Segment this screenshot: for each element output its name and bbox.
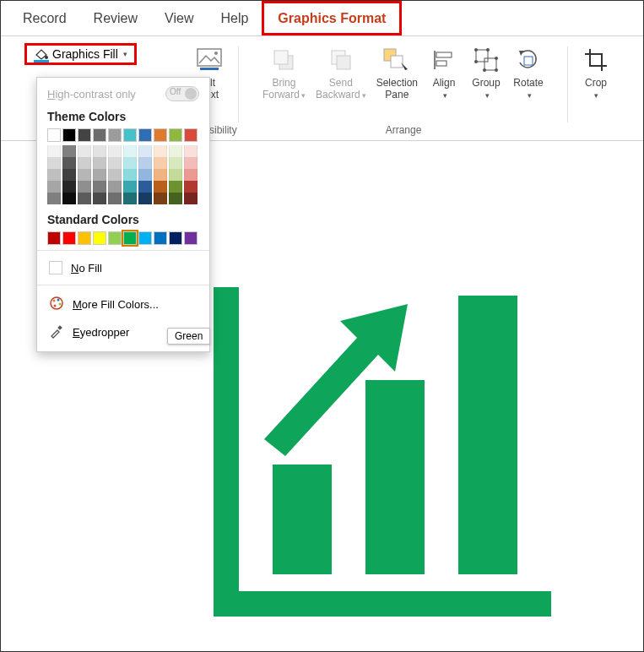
tint-swatch[interactable]	[169, 145, 182, 157]
tab-help[interactable]: Help	[207, 1, 262, 35]
theme-color-row	[47, 128, 199, 142]
svg-rect-30	[458, 296, 517, 574]
no-fill-item[interactable]: No FillNo Fill	[47, 256, 199, 280]
graphics-fill-wrap: Graphics Fill ▾	[24, 43, 137, 65]
standard-swatch[interactable]	[93, 231, 106, 245]
standard-swatch[interactable]	[138, 231, 152, 245]
paint-bucket-icon	[34, 48, 49, 60]
tint-swatch[interactable]	[47, 193, 61, 204]
tint-swatch[interactable]	[62, 169, 76, 181]
align-button[interactable]: Align▾	[423, 43, 465, 103]
tint-swatch[interactable]	[184, 181, 198, 193]
svg-point-1	[214, 52, 218, 55]
tint-swatch[interactable]	[123, 193, 137, 204]
tint-swatch[interactable]	[154, 145, 167, 157]
theme-swatch[interactable]	[108, 128, 122, 142]
tint-swatch[interactable]	[138, 169, 152, 181]
tint-swatch[interactable]	[93, 169, 106, 181]
tint-swatch[interactable]	[93, 157, 106, 169]
tint-swatch[interactable]	[184, 157, 198, 169]
rotate-button[interactable]: Rotate▾	[507, 43, 549, 103]
tint-swatch[interactable]	[62, 181, 76, 193]
tint-swatch[interactable]	[47, 145, 61, 157]
tint-swatch[interactable]	[62, 145, 76, 157]
tint-swatch[interactable]	[47, 169, 61, 181]
send-backward-icon	[326, 45, 356, 75]
standard-color-row	[47, 231, 199, 245]
theme-swatch[interactable]	[169, 128, 182, 142]
tint-swatch[interactable]	[108, 181, 122, 193]
tab-review[interactable]: Review	[80, 1, 151, 35]
theme-swatch[interactable]	[62, 128, 76, 142]
align-label: Align▾	[433, 77, 456, 101]
tint-swatch[interactable]	[47, 181, 61, 193]
tint-swatch[interactable]	[78, 181, 91, 193]
send-backward-button[interactable]: Send Backward▾	[311, 43, 371, 103]
tint-swatch[interactable]	[47, 157, 61, 169]
crop-label: Crop▾	[585, 77, 607, 101]
tint-swatch[interactable]	[108, 193, 122, 204]
standard-swatch[interactable]	[78, 231, 91, 245]
tint-swatch[interactable]	[169, 181, 182, 193]
theme-swatch[interactable]	[184, 128, 198, 142]
standard-swatch[interactable]	[154, 231, 167, 245]
tint-swatch[interactable]	[184, 169, 198, 181]
tint-swatch[interactable]	[154, 193, 167, 204]
tint-swatch[interactable]	[62, 193, 76, 204]
tint-swatch[interactable]	[169, 157, 182, 169]
tint-swatch[interactable]	[123, 181, 137, 193]
theme-swatch[interactable]	[138, 128, 152, 142]
tab-graphics-format[interactable]: Graphics Format	[262, 1, 402, 35]
tint-swatch[interactable]	[93, 193, 106, 204]
inserted-graphic[interactable]	[214, 287, 551, 625]
tint-swatch[interactable]	[123, 157, 137, 169]
tint-swatch[interactable]	[138, 157, 152, 169]
tint-swatch[interactable]	[78, 145, 91, 157]
tint-swatch[interactable]	[184, 193, 198, 204]
theme-swatch[interactable]	[78, 128, 91, 142]
tint-swatch[interactable]	[154, 157, 167, 169]
standard-swatch[interactable]	[62, 231, 76, 245]
tab-view[interactable]: View	[151, 1, 207, 35]
tint-swatch[interactable]	[123, 145, 137, 157]
tint-swatch[interactable]	[154, 169, 167, 181]
theme-swatch[interactable]	[47, 128, 61, 142]
crop-button[interactable]: Crop▾	[575, 43, 617, 103]
standard-swatch[interactable]	[169, 231, 182, 245]
tint-swatch[interactable]	[169, 193, 182, 204]
bring-forward-button[interactable]: Bring Forward▾	[257, 43, 311, 103]
tint-swatch[interactable]	[108, 145, 122, 157]
tint-swatch[interactable]	[184, 145, 198, 157]
tint-swatch[interactable]	[138, 193, 152, 204]
standard-swatch[interactable]	[123, 231, 137, 245]
tint-swatch[interactable]	[78, 157, 91, 169]
high-contrast-toggle[interactable]: Off	[165, 86, 199, 101]
tint-swatch[interactable]	[138, 181, 152, 193]
theme-swatch[interactable]	[93, 128, 106, 142]
tint-swatch[interactable]	[78, 169, 91, 181]
tint-swatch[interactable]	[108, 169, 122, 181]
tint-swatch[interactable]	[93, 181, 106, 193]
graphics-fill-button[interactable]: Graphics Fill ▾	[24, 43, 137, 65]
theme-swatch[interactable]	[123, 128, 137, 142]
tint-swatch[interactable]	[93, 145, 106, 157]
theme-colors-title: Theme Colors	[47, 110, 199, 123]
svg-point-24	[57, 299, 60, 302]
selection-pane-button[interactable]: Selection Pane	[371, 43, 423, 103]
tint-swatch[interactable]	[108, 157, 122, 169]
tint-swatch[interactable]	[138, 145, 152, 157]
standard-swatch[interactable]	[108, 231, 122, 245]
tint-swatch[interactable]	[169, 169, 182, 181]
tab-record[interactable]: Record	[9, 1, 80, 35]
standard-swatch[interactable]	[47, 231, 61, 245]
tint-swatch[interactable]	[123, 169, 137, 181]
standard-swatch[interactable]	[184, 231, 198, 245]
svg-rect-6	[337, 56, 350, 69]
theme-swatch[interactable]	[154, 128, 167, 142]
tint-swatch[interactable]	[154, 181, 167, 193]
tint-swatch[interactable]	[78, 193, 91, 204]
more-colors-item[interactable]: More Fill Colors...More Fill Colors...	[47, 291, 199, 318]
group-size: Crop▾	[568, 43, 624, 136]
tint-swatch[interactable]	[62, 157, 76, 169]
group-button[interactable]: Group▾	[465, 43, 507, 103]
